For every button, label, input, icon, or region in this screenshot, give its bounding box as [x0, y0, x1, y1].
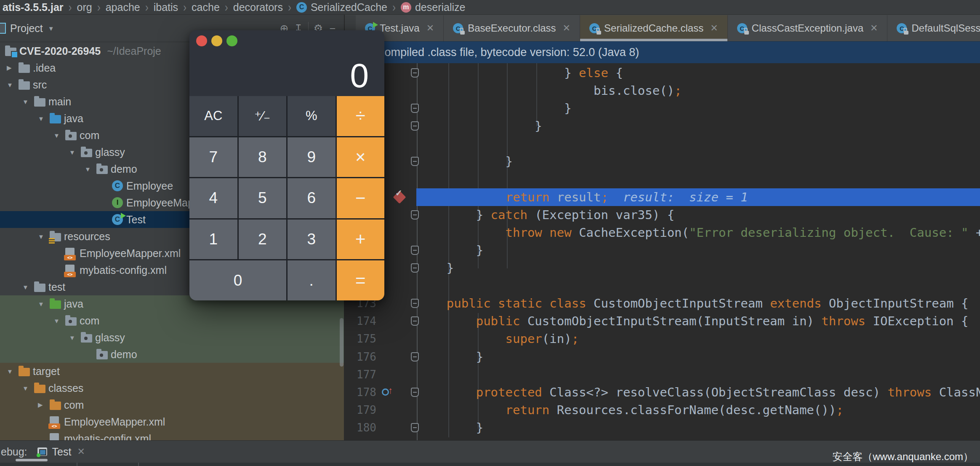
editor-tab[interactable]: CClassCastException.java✕ — [728, 15, 888, 41]
tree-row[interactable]: ▼glassy — [0, 329, 344, 346]
calc-button-−[interactable]: − — [337, 178, 385, 218]
code-text: } — [417, 241, 483, 259]
package-icon — [96, 166, 108, 174]
folder-icon — [34, 98, 45, 107]
editor-tab[interactable]: CBaseExecutor.class✕ — [444, 15, 580, 41]
tree-row[interactable]: EmployeeMapper.xml — [0, 413, 344, 430]
line-number[interactable]: 179 — [345, 401, 376, 419]
chevron-down-icon[interactable]: ▼ — [48, 25, 54, 32]
tree-item-label: com — [64, 399, 84, 411]
calc-button-.[interactable]: . — [288, 260, 336, 300]
expanded-arrow-icon[interactable]: ▼ — [52, 132, 65, 139]
tree-item-icon-wrap — [34, 383, 48, 393]
expanded-arrow-icon[interactable]: ▼ — [21, 385, 34, 392]
tree-item-icon-wrap — [50, 113, 64, 123]
calc-button-3[interactable]: 3 — [288, 220, 336, 260]
tree-row[interactable]: mybatis-config.xml — [0, 430, 344, 440]
code-text: super(in); — [417, 330, 579, 348]
line-number[interactable]: 176 — [345, 348, 376, 366]
tree-row[interactable]: ▼target — [0, 363, 344, 380]
calc-button-8[interactable]: 8 — [239, 137, 287, 177]
tree-row[interactable]: ▶com — [0, 396, 344, 413]
calc-button-%[interactable]: % — [288, 96, 336, 136]
expanded-arrow-icon[interactable]: ▼ — [36, 115, 50, 122]
calc-button-2[interactable]: 2 — [239, 220, 287, 260]
breadcrumb-item[interactable]: CSerializedCache — [296, 1, 387, 13]
expanded-arrow-icon[interactable]: ▼ — [21, 284, 34, 291]
editor-tab[interactable]: CDefaultSqlSession.class✕ — [887, 15, 980, 41]
tree-item-icon-wrap — [81, 332, 95, 343]
excluded-folder-icon — [19, 368, 30, 376]
tree-item-icon-wrap — [19, 366, 33, 376]
calc-button-⁺⁄₋[interactable]: ⁺⁄₋ — [239, 96, 287, 136]
calc-button-=[interactable]: = — [337, 260, 385, 300]
breadcrumb-item[interactable]: atis-3.5.5.jar — [3, 1, 64, 13]
tree-row[interactable]: demo — [0, 346, 344, 363]
line-number[interactable]: 178 — [345, 383, 376, 401]
tree-row[interactable]: ▼com — [0, 312, 344, 329]
tree-scrollbar[interactable] — [340, 318, 344, 367]
expanded-arrow-icon[interactable]: ▼ — [52, 317, 65, 324]
calculator-window[interactable]: 0 AC⁺⁄₋%÷789×456−123+0.= — [189, 30, 384, 300]
code-editor[interactable]: 160 } else {161 bis.close();162 }163 }16… — [345, 63, 980, 440]
editor-area: CTest.java✕CBaseExecutor.class✕CSerializ… — [345, 15, 980, 440]
excluded-folder-icon — [34, 385, 45, 393]
calc-button-4[interactable]: 4 — [189, 178, 237, 218]
breadcrumb-item[interactable]: org — [77, 1, 92, 13]
expanded-arrow-icon[interactable]: ▼ — [36, 300, 50, 308]
code-text: public CustomObjectInputStream(InputStre… — [417, 312, 969, 330]
calc-button-1[interactable]: 1 — [189, 220, 237, 260]
minimize-traffic-light-icon[interactable] — [211, 35, 222, 46]
breadcrumb-separator-icon: › — [225, 0, 228, 15]
editor-tab[interactable]: CSerializedCache.class✕ — [580, 15, 728, 41]
breadcrumb-item-label: SerializedCache — [311, 1, 387, 13]
project-title[interactable]: Project — [10, 22, 43, 35]
code-line: 164 — [345, 135, 980, 153]
collapsed-arrow-icon[interactable]: ▶ — [5, 64, 19, 72]
tree-item-icon-wrap — [50, 299, 64, 309]
tree-item-icon-wrap: I — [112, 197, 126, 208]
line-number[interactable]: 175 — [345, 330, 376, 348]
breadcrumb-separator-icon: › — [288, 0, 291, 15]
expanded-arrow-icon[interactable]: ▼ — [5, 81, 19, 88]
expanded-arrow-icon[interactable]: ▼ — [67, 149, 81, 156]
close-icon[interactable]: ✕ — [426, 23, 434, 34]
close-icon[interactable]: ✕ — [77, 446, 85, 457]
calc-button-AC[interactable]: AC — [189, 96, 237, 136]
calc-button-6[interactable]: 6 — [288, 178, 336, 218]
breadcrumb-item-label: decorators — [233, 1, 283, 13]
collapsed-arrow-icon[interactable]: ▶ — [36, 401, 50, 409]
tree-row[interactable]: ▼classes — [0, 380, 344, 396]
calc-button-5[interactable]: 5 — [239, 178, 287, 218]
line-number[interactable]: 180 — [345, 419, 376, 437]
calc-button-0[interactable]: 0 — [189, 260, 286, 300]
close-icon[interactable]: ✕ — [563, 23, 570, 34]
expanded-arrow-icon[interactable]: ▼ — [67, 334, 81, 341]
breadcrumb-item[interactable]: cache — [192, 1, 220, 13]
line-number[interactable]: 174 — [345, 312, 376, 330]
code-line: 167✓ return result; result: size = 1 — [345, 188, 980, 206]
code-text: } else { — [417, 64, 623, 82]
calc-button-+[interactable]: + — [337, 220, 385, 260]
calc-button-÷[interactable]: ÷ — [337, 96, 385, 136]
breadcrumb-item[interactable]: apache — [106, 1, 140, 13]
tree-item-icon-wrap — [65, 316, 80, 326]
tree-item-icon-wrap — [81, 147, 95, 157]
banner-text: Compiled .class file, bytecode version: … — [345, 46, 639, 59]
calc-button-7[interactable]: 7 — [189, 137, 237, 177]
breadcrumb-item[interactable]: ibatis — [154, 1, 178, 13]
close-icon[interactable]: ✕ — [870, 23, 878, 34]
breadcrumb-item[interactable]: mdeserialize — [401, 1, 466, 13]
expanded-arrow-icon[interactable]: ▼ — [36, 233, 50, 240]
calc-button-9[interactable]: 9 — [288, 137, 336, 177]
expanded-arrow-icon[interactable]: ▼ — [83, 166, 96, 173]
breadcrumb-item[interactable]: decorators — [233, 1, 283, 13]
expanded-arrow-icon[interactable]: ▼ — [21, 98, 34, 105]
calc-button-×[interactable]: × — [337, 137, 385, 177]
zoom-traffic-light-icon[interactable] — [226, 35, 237, 46]
expanded-arrow-icon[interactable]: ▼ — [5, 368, 19, 375]
close-icon[interactable]: ✕ — [710, 23, 718, 34]
line-number[interactable]: 177 — [345, 366, 376, 383]
close-traffic-light-icon[interactable] — [196, 35, 207, 46]
calculator-titlebar[interactable]: 0 — [189, 30, 384, 96]
